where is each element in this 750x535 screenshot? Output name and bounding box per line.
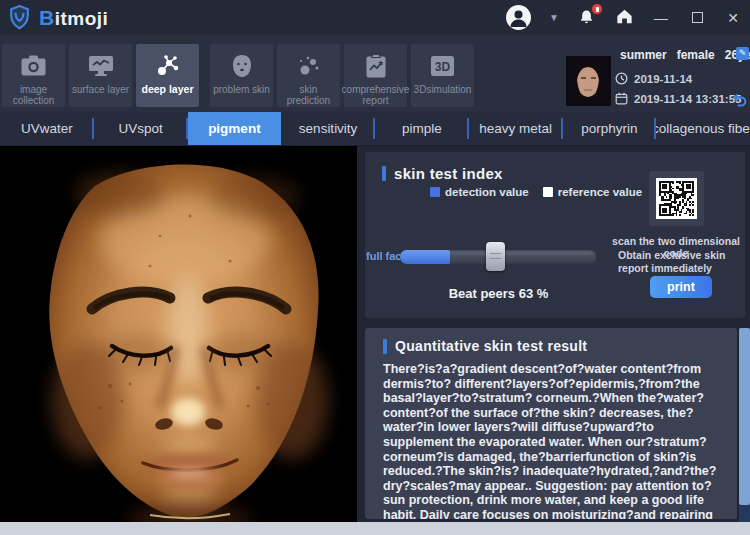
dots-icon [296, 51, 322, 81]
3d-icon: 3D [429, 51, 456, 81]
clock-icon [615, 72, 628, 85]
tool-surface-layer[interactable]: surface layer [69, 44, 132, 107]
analysis-tab-bar: UVwater UVspot pigment sensitivity pimpl… [0, 112, 750, 146]
person-icon [506, 5, 531, 30]
tab-heavy-metal[interactable]: heavy metal [469, 112, 563, 145]
edit-icon[interactable]: ✎ [736, 47, 749, 60]
tool-skin-prediction[interactable]: skin prediction [277, 44, 340, 107]
chevron-down-icon[interactable]: ▼ [549, 12, 559, 23]
app-window: Bitmoji ▼ — [0, 0, 750, 535]
tool-label: 3Dsimulation [412, 84, 474, 95]
undo-icon [730, 92, 747, 108]
qr-tile [649, 171, 704, 226]
home-button[interactable] [615, 7, 634, 29]
bottom-strip [0, 522, 750, 535]
notification-badge [591, 3, 603, 15]
detection-value-swatch [430, 187, 440, 197]
calendar-icon [615, 92, 628, 105]
tab-porphyrin[interactable]: porphyrin [563, 112, 657, 145]
tab-collagenous-fiber[interactable]: collagenous fiber [656, 112, 750, 145]
score-slider-fill [400, 250, 450, 264]
close-button[interactable]: ✕ [724, 10, 742, 26]
tool-label: surface layer [70, 84, 131, 95]
tool-label: deep layer [140, 84, 196, 95]
beat-peers-text: Beat peers 63 % [400, 286, 597, 301]
tab-sensitivity[interactable]: sensitivity [281, 112, 375, 145]
patient-gender: female [677, 48, 715, 62]
tool-3d-simulation[interactable]: 3D 3Dsimulation [411, 44, 474, 107]
patient-summary: summer female 26years old [620, 48, 750, 62]
quantitative-result-panel: Quantitative skin test result There?is?a… [365, 328, 737, 519]
legend: detection value reference value [430, 186, 642, 198]
patient-name: summer [620, 48, 667, 62]
tool-label: problem skin [211, 84, 272, 95]
face-scan-panel [0, 146, 357, 522]
shield-logo-icon [8, 5, 31, 30]
tab-pigment[interactable]: pigment [188, 112, 282, 145]
section-accent-bar [382, 166, 386, 181]
toolbar: image collection surface layer [0, 35, 750, 112]
legend-reference-value: reference value [543, 186, 642, 198]
monitor-wave-icon [87, 51, 115, 81]
brand-name: Bitmoji [39, 6, 108, 30]
patient-date-row: 2019-11-14 [615, 72, 692, 85]
tool-label: skin prediction [277, 84, 340, 106]
clipboard-chart-icon [364, 51, 388, 81]
tool-comprehensive-report[interactable]: comprehensive report [344, 44, 407, 107]
undo-button[interactable] [730, 92, 747, 112]
qr-caption-line2: Obtain exclusive skin report immediately [618, 249, 744, 275]
user-avatar[interactable] [506, 5, 531, 30]
face-scan-image [0, 146, 357, 522]
maximize-button[interactable] [688, 10, 706, 26]
patient-datetime: 2019-11-14 13:31:55 [634, 93, 741, 105]
patient-date: 2019-11-14 [634, 73, 692, 85]
tab-uvwater[interactable]: UVwater [0, 112, 94, 145]
home-icon [615, 7, 634, 25]
print-button[interactable]: print [650, 276, 712, 298]
face-icon [229, 51, 255, 81]
tab-pimple[interactable]: pimple [375, 112, 469, 145]
minimize-button[interactable]: — [652, 10, 670, 26]
notifications-button[interactable] [577, 7, 597, 29]
svg-text:3D: 3D [435, 60, 451, 74]
result-title: Quantitative skin test result [395, 338, 587, 354]
tool-problem-skin[interactable]: problem skin [210, 44, 273, 107]
brand-logo: Bitmoji [0, 5, 108, 30]
skin-test-index-title: skin test index [394, 165, 503, 182]
patient-photo [566, 56, 611, 106]
title-bar: Bitmoji ▼ — [0, 0, 750, 35]
scrollbar-thumb[interactable] [739, 328, 750, 505]
patient-datetime-row: 2019-11-14 13:31:55 [615, 92, 741, 105]
reference-value-swatch [543, 187, 553, 197]
qr-code [656, 178, 697, 219]
tool-label: image collection [2, 84, 65, 106]
result-body-text: There?is?a?gradient descent?of?water con… [383, 362, 725, 519]
section-accent-bar [383, 339, 387, 354]
tool-label: comprehensive report [340, 84, 412, 106]
camera-icon [20, 51, 47, 81]
tool-image-collection[interactable]: image collection [2, 44, 65, 107]
score-slider-handle[interactable] [486, 242, 505, 271]
result-scrollbar[interactable] [739, 328, 750, 522]
legend-detection-value: detection value [430, 186, 529, 198]
molecule-icon [154, 51, 182, 81]
tab-uvspot[interactable]: UVspot [94, 112, 188, 145]
tool-deep-layer[interactable]: deep layer [136, 44, 199, 107]
